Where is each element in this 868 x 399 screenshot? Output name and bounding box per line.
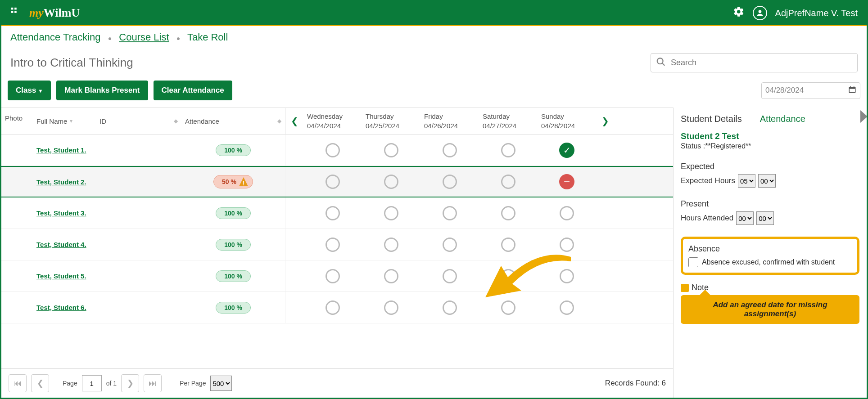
absence-box: Absence Absence excused, confirmed with … bbox=[681, 237, 859, 275]
attendance-empty-icon[interactable] bbox=[326, 238, 340, 252]
attendance-empty-icon[interactable] bbox=[443, 206, 457, 220]
page-title: Intro to Critical Thinking bbox=[10, 56, 651, 70]
next-page-button[interactable]: ❯ bbox=[121, 374, 139, 392]
last-page-button[interactable]: ⏭ bbox=[144, 374, 162, 392]
calendar-icon[interactable] bbox=[848, 85, 856, 96]
attendance-empty-icon[interactable] bbox=[560, 269, 574, 283]
next-days-button[interactable]: ❯ bbox=[596, 108, 614, 134]
search-box bbox=[651, 53, 858, 72]
date-input[interactable] bbox=[765, 86, 833, 95]
attendance-empty-icon[interactable] bbox=[443, 238, 457, 252]
date-picker[interactable] bbox=[761, 82, 860, 99]
attendance-empty-icon[interactable] bbox=[384, 143, 398, 157]
col-id[interactable]: ID◆ bbox=[96, 108, 181, 134]
expand-panel-icon[interactable] bbox=[860, 110, 868, 123]
expected-minutes-select[interactable]: 00 bbox=[758, 174, 776, 188]
expected-hours-select[interactable]: 05 bbox=[738, 174, 755, 188]
attendance-empty-icon[interactable] bbox=[501, 143, 515, 157]
attendance-absent-icon[interactable]: − bbox=[559, 174, 574, 189]
table-row[interactable]: Test, Student 5.100 % bbox=[1, 260, 673, 292]
table-row[interactable]: Test, Student 6.100 % bbox=[1, 292, 673, 323]
attendance-empty-icon[interactable] bbox=[443, 269, 457, 283]
attendance-present-icon[interactable]: ✓ bbox=[559, 143, 574, 158]
page-label: Page bbox=[63, 380, 77, 387]
table-row[interactable]: Test, Student 2.50 % − bbox=[1, 166, 673, 197]
col-full-name[interactable]: Full Name▾ bbox=[33, 108, 96, 134]
table-header: Photo Full Name▾ ID◆ Attendance◆ ❮ Wedne… bbox=[1, 108, 673, 134]
attendance-empty-icon[interactable] bbox=[501, 238, 515, 252]
class-dropdown-button[interactable]: Class▼ bbox=[8, 81, 51, 100]
present-minutes-select[interactable]: 00 bbox=[756, 211, 774, 225]
breadcrumb-take-roll[interactable]: Take Roll bbox=[187, 31, 228, 43]
attendance-pill: 100 % bbox=[216, 207, 251, 219]
attendance-empty-icon[interactable] bbox=[501, 300, 515, 315]
student-link[interactable]: Test, Student 3. bbox=[36, 209, 86, 217]
attendance-empty-icon[interactable] bbox=[443, 300, 457, 315]
attendance-empty-icon[interactable] bbox=[326, 269, 340, 283]
absence-excused-label[interactable]: Absence excused, confirmed with student bbox=[688, 257, 852, 267]
student-link[interactable]: Test, Student 2. bbox=[36, 178, 86, 186]
attendance-empty-icon[interactable] bbox=[326, 175, 340, 189]
gear-icon[interactable] bbox=[733, 6, 745, 20]
col-photo[interactable]: Photo bbox=[1, 108, 33, 134]
attendance-empty-icon[interactable] bbox=[384, 238, 398, 252]
attendance-empty-icon[interactable] bbox=[443, 175, 457, 189]
prev-page-button[interactable]: ❮ bbox=[31, 374, 49, 392]
table-row[interactable]: Test, Student 3.100 % bbox=[1, 197, 673, 229]
attendance-empty-icon[interactable] bbox=[501, 269, 515, 283]
attendance-empty-icon[interactable] bbox=[326, 206, 340, 220]
topbar: myWilmU AdjPrefName V. Test bbox=[1, 1, 867, 26]
prev-days-button[interactable]: ❮ bbox=[285, 108, 303, 134]
attendance-empty-icon[interactable] bbox=[501, 206, 515, 220]
breadcrumb-course-list[interactable]: Course List bbox=[119, 31, 169, 43]
attendance-empty-icon[interactable] bbox=[560, 206, 574, 220]
student-link[interactable]: Test, Student 5. bbox=[36, 272, 86, 280]
warning-icon bbox=[239, 177, 248, 186]
table-body: Test, Student 1.100 %✓Test, Student 2.50… bbox=[1, 134, 673, 368]
apps-grid-icon[interactable] bbox=[10, 7, 20, 19]
attendance-empty-icon[interactable] bbox=[501, 175, 515, 189]
page-input[interactable] bbox=[82, 375, 102, 391]
pager: ⏮ ❮ Page of 1 ❯ ⏭ Per Page 500 Records F… bbox=[1, 368, 673, 398]
attendance-empty-icon[interactable] bbox=[384, 300, 398, 315]
day-header: Wednesday04/24/2024 bbox=[303, 108, 362, 134]
absence-excused-checkbox[interactable] bbox=[688, 257, 698, 267]
attendance-empty-icon[interactable] bbox=[384, 175, 398, 189]
attendance-empty-icon[interactable] bbox=[326, 300, 340, 315]
tab-attendance[interactable]: Attendance bbox=[760, 114, 805, 124]
svg-point-5 bbox=[657, 58, 663, 64]
per-page-label: Per Page bbox=[180, 380, 206, 387]
attendance-pill: 100 % bbox=[216, 270, 251, 282]
student-link[interactable]: Test, Student 1. bbox=[36, 146, 86, 154]
attendance-empty-icon[interactable] bbox=[560, 300, 574, 315]
table-row[interactable]: Test, Student 1.100 %✓ bbox=[1, 134, 673, 166]
attendance-empty-icon[interactable] bbox=[560, 238, 574, 252]
student-status: Status :**Registered** bbox=[681, 142, 859, 150]
logo[interactable]: myWilmU bbox=[29, 6, 80, 20]
student-name: Student 2 Test bbox=[681, 131, 859, 141]
username[interactable]: AdjPrefName V. Test bbox=[775, 8, 858, 18]
present-hours-select[interactable]: 00 bbox=[736, 211, 754, 225]
attendance-pill: 50 % bbox=[213, 175, 253, 188]
attendance-empty-icon[interactable] bbox=[326, 143, 340, 157]
first-page-button[interactable]: ⏮ bbox=[9, 374, 27, 392]
attendance-empty-icon[interactable] bbox=[443, 143, 457, 157]
svg-rect-8 bbox=[849, 87, 855, 89]
clear-attendance-button[interactable]: Clear Attendance bbox=[154, 81, 232, 100]
day-header: Sunday04/28/2024 bbox=[538, 108, 596, 134]
mark-blanks-present-button[interactable]: Mark Blanks Present bbox=[56, 81, 148, 100]
per-page-select[interactable]: 500 bbox=[210, 376, 232, 391]
attendance-empty-icon[interactable] bbox=[384, 269, 398, 283]
breadcrumb-separator: ● bbox=[108, 35, 112, 42]
table-row[interactable]: Test, Student 4.100 % bbox=[1, 229, 673, 260]
breadcrumb-attendance-tracking[interactable]: Attendance Tracking bbox=[10, 31, 101, 43]
student-link[interactable]: Test, Student 6. bbox=[36, 304, 86, 311]
student-link[interactable]: Test, Student 4. bbox=[36, 241, 86, 248]
breadcrumb-separator: ● bbox=[176, 35, 180, 42]
col-attendance[interactable]: Attendance◆ bbox=[181, 108, 285, 134]
search-input[interactable] bbox=[651, 53, 858, 72]
avatar-icon[interactable] bbox=[753, 6, 767, 20]
attendance-empty-icon[interactable] bbox=[384, 206, 398, 220]
svg-point-4 bbox=[758, 10, 761, 13]
tab-student-details[interactable]: Student Details bbox=[681, 114, 742, 124]
